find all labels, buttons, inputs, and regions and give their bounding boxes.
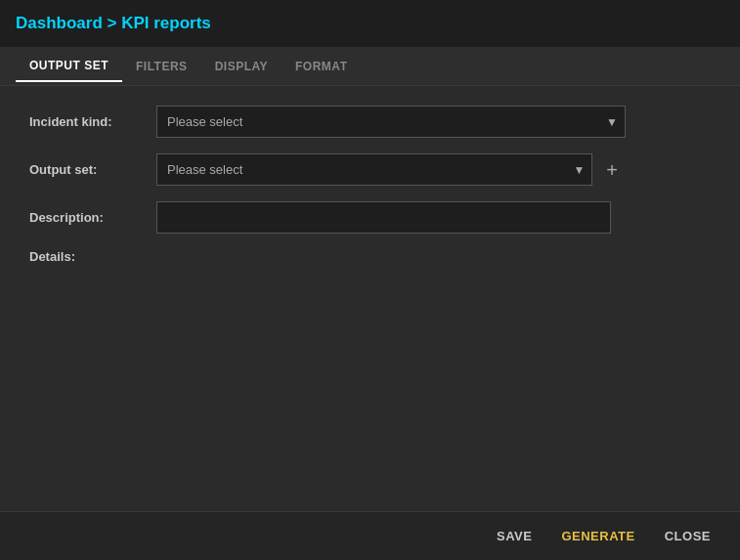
details-label: Details: (29, 249, 156, 264)
output-set-row: Output set: Please select ▼ + (29, 153, 711, 186)
save-button[interactable]: SAVE (487, 523, 542, 549)
page-title: Dashboard > KPI reports (16, 14, 211, 33)
close-button[interactable]: CLOSE (655, 523, 720, 549)
description-control (156, 201, 626, 234)
incident-kind-select[interactable]: Please select (156, 106, 626, 138)
description-input[interactable] (156, 201, 611, 234)
tab-display[interactable]: DISPLAY (201, 52, 282, 81)
tab-output-set[interactable]: OUTPUT SET (16, 51, 122, 82)
output-set-label: Output set: (29, 162, 156, 177)
header: Dashboard > KPI reports (0, 0, 740, 47)
main-content: Incident kind: Please select ▼ Output se… (0, 86, 740, 511)
output-set-control: Please select ▼ + (156, 153, 626, 186)
tab-filters[interactable]: FILTERS (122, 52, 201, 81)
incident-kind-control: Please select ▼ (156, 106, 626, 138)
generate-button[interactable]: GENERATE (551, 523, 644, 549)
output-set-select[interactable]: Please select (156, 153, 592, 186)
add-output-set-button[interactable]: + (598, 160, 626, 180)
footer: SAVE GENERATE CLOSE (0, 511, 740, 560)
description-row: Description: (29, 201, 711, 234)
incident-kind-row: Incident kind: Please select ▼ (29, 106, 711, 138)
incident-kind-label: Incident kind: (29, 114, 156, 129)
tab-bar: OUTPUT SET FILTERS DISPLAY FORMAT (0, 47, 740, 86)
tab-format[interactable]: FORMAT (282, 52, 361, 81)
incident-kind-select-wrapper: Please select ▼ (156, 106, 626, 138)
output-set-select-wrapper: Please select ▼ (156, 153, 592, 186)
details-row: Details: (29, 249, 711, 264)
description-label: Description: (29, 210, 156, 225)
